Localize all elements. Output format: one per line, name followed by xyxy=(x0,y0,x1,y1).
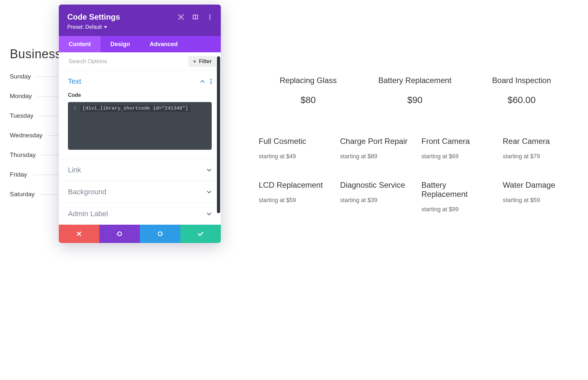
chevron-up-icon xyxy=(200,80,205,83)
service-starting-price: starting at $69 xyxy=(421,152,494,161)
service-title: Diagnostic Service xyxy=(340,181,412,190)
tab-design[interactable]: Design xyxy=(101,36,140,52)
service-title: Charge Port Repair xyxy=(340,137,412,146)
undo-icon xyxy=(116,231,123,237)
cancel-button[interactable] xyxy=(59,225,99,243)
check-icon xyxy=(197,231,204,236)
section-title: Admin Label xyxy=(68,210,206,218)
day-label: Thursday xyxy=(10,151,41,159)
gutter-line-number: 1 xyxy=(72,105,76,147)
service-starting-price: starting at $39 xyxy=(340,196,412,205)
service-title: Battery Replacement xyxy=(421,181,494,199)
section-background: Background xyxy=(59,181,221,203)
section-admin-label-header[interactable]: Admin Label xyxy=(59,203,221,225)
service-price: $80 xyxy=(255,95,362,105)
section-options-icon[interactable] xyxy=(210,79,212,84)
service-title: Rear Camera xyxy=(503,137,575,146)
close-icon xyxy=(76,231,82,237)
service-title: Front Camera xyxy=(421,137,494,146)
section-text: Text Code 1 [divi_library_shortcode id="… xyxy=(59,71,221,159)
search-input[interactable] xyxy=(69,58,188,65)
section-title: Link xyxy=(68,166,206,174)
services-grid: Full Cosmetic starting at $49 Charge Por… xyxy=(259,137,575,214)
day-label: Saturday xyxy=(10,191,40,198)
code-editor[interactable]: 1 [divi_library_shortcode id="241346"] xyxy=(68,102,212,150)
modal-tabs: Content Design Advanced xyxy=(59,36,221,52)
svg-rect-0 xyxy=(180,16,182,18)
service-card: Charge Port Repair starting at $89 xyxy=(340,137,412,161)
preset-label: Preset: Default xyxy=(67,24,102,30)
section-link-header[interactable]: Link xyxy=(59,159,221,181)
kebab-menu-icon[interactable] xyxy=(207,14,212,20)
service-starting-price: starting at $99 xyxy=(421,205,494,214)
service-title: Full Cosmetic xyxy=(259,137,331,146)
day-label: Wednesday xyxy=(10,132,48,139)
modal-scrollbar[interactable] xyxy=(217,56,220,213)
service-title: Battery Replacement xyxy=(362,76,468,85)
filter-label: Filter xyxy=(199,59,212,64)
section-text-body: Code 1 [divi_library_shortcode id="24134… xyxy=(59,92,221,159)
section-background-header[interactable]: Background xyxy=(59,181,221,203)
service-starting-price: starting at $89 xyxy=(340,152,412,161)
expand-icon[interactable] xyxy=(178,14,184,20)
service-card: Rear Camera starting at $79 xyxy=(503,137,575,161)
service-card: Battery Replacement $90 xyxy=(362,76,468,105)
day-label: Tuesday xyxy=(10,112,39,119)
service-price: $90 xyxy=(362,95,468,105)
section-title: Text xyxy=(68,77,200,86)
chevron-down-icon xyxy=(206,190,212,194)
service-starting-price: starting at $49 xyxy=(259,152,331,161)
filter-button[interactable]: + Filter xyxy=(188,56,216,67)
service-card: Board Inspection $60.00 xyxy=(468,76,575,105)
section-title: Background xyxy=(68,188,206,196)
modal-header-actions xyxy=(178,14,212,20)
tab-advanced[interactable]: Advanced xyxy=(140,36,188,52)
svg-point-3 xyxy=(209,14,210,16)
modal-footer xyxy=(59,225,221,243)
service-title: Replacing Glass xyxy=(255,76,362,85)
redo-icon xyxy=(157,231,163,237)
search-row: + Filter xyxy=(59,52,221,71)
columns-icon[interactable] xyxy=(193,14,198,20)
service-starting-price: starting at $59 xyxy=(259,196,331,205)
service-starting-price: starting at $59 xyxy=(503,196,575,205)
service-card: Battery Replacement starting at $99 xyxy=(421,181,494,214)
service-title: LCD Replacement xyxy=(259,181,331,190)
service-starting-price: starting at $79 xyxy=(503,152,575,161)
day-label: Sunday xyxy=(10,73,36,80)
service-price: $60.00 xyxy=(468,95,575,105)
plus-icon: + xyxy=(193,59,196,64)
save-button[interactable] xyxy=(180,225,221,243)
svg-point-5 xyxy=(209,18,210,20)
preset-selector[interactable]: Preset: Default xyxy=(67,24,212,36)
section-admin-label: Admin Label xyxy=(59,203,221,225)
service-card: Water Damage starting at $59 xyxy=(503,181,575,214)
service-card: Replacing Glass $80 xyxy=(255,76,362,105)
service-title: Water Damage xyxy=(503,181,575,190)
redo-button[interactable] xyxy=(140,225,180,243)
caret-down-icon xyxy=(104,26,107,28)
service-card: Full Cosmetic starting at $49 xyxy=(259,137,331,161)
service-title: Board Inspection xyxy=(468,76,575,85)
chevron-down-icon xyxy=(206,212,212,216)
section-link: Link xyxy=(59,159,221,181)
day-label: Friday xyxy=(10,171,32,178)
svg-point-4 xyxy=(209,16,210,18)
chevron-down-icon xyxy=(206,168,212,172)
service-card: Front Camera starting at $69 xyxy=(421,137,494,161)
modal-body: Text Code 1 [divi_library_shortcode id="… xyxy=(59,71,221,225)
modal-header[interactable]: Code Settings xyxy=(59,5,221,36)
code-field-label: Code xyxy=(68,92,212,98)
modal-title: Code Settings xyxy=(67,12,120,22)
service-card: Diagnostic Service starting at $39 xyxy=(340,181,412,214)
service-card: LCD Replacement starting at $59 xyxy=(259,181,331,214)
tab-content[interactable]: Content xyxy=(59,36,101,52)
code-content[interactable]: [divi_library_shortcode id="241346"] xyxy=(80,105,190,112)
day-label: Monday xyxy=(10,93,37,100)
code-settings-modal[interactable]: Code Settings xyxy=(59,5,221,243)
undo-button[interactable] xyxy=(99,225,140,243)
section-text-header[interactable]: Text xyxy=(59,71,221,92)
services-top-row: Replacing Glass $80 Battery Replacement … xyxy=(255,76,575,105)
